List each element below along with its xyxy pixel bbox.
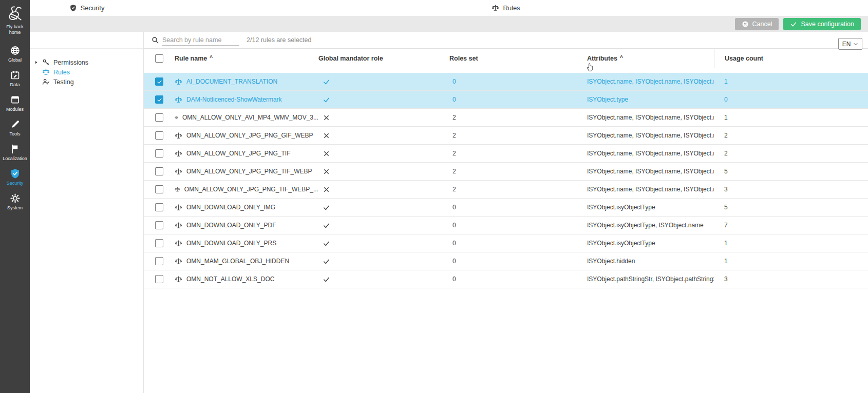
table-row[interactable]: DAM-Notlicenced-ShowWatermark 0 ISYObjec… (144, 91, 868, 109)
roles-set-cell: 2 (449, 132, 587, 139)
usage-count-value: 3 (724, 186, 728, 193)
sidebar-item-label: Data (1, 82, 29, 88)
scale-icon (175, 276, 182, 283)
check-icon (157, 97, 162, 103)
rule-name-link[interactable]: OMN_DOWNLOAD_ONLY_PDF (186, 222, 276, 229)
scale-icon (175, 186, 180, 193)
table-row[interactable]: OMN_ALLOW_ONLY_JPG_PNG_TIF_WEBP 2 ISYObj… (144, 163, 868, 181)
sidebar-item-global[interactable]: Global (0, 42, 30, 67)
column-header-rule-name[interactable]: Rule name ^ (175, 55, 318, 62)
row-checkbox[interactable] (155, 131, 163, 140)
rule-name-link[interactable]: OMN_ALLOW_ONLY_AVI_MP4_WMV_MOV_3... (182, 114, 318, 121)
column-header-roles-set[interactable]: Roles set (449, 55, 587, 62)
row-checkbox[interactable] (155, 221, 163, 229)
row-checkbox[interactable] (155, 257, 163, 265)
rule-name-link[interactable]: OMN_ALLOW_ONLY_JPG_PNG_TIF_WEBP (186, 168, 312, 175)
caret-right-icon[interactable] (34, 59, 41, 66)
tree-item-permissions[interactable]: Permissions (30, 57, 143, 67)
row-select-cell (144, 221, 175, 229)
table-row[interactable]: OMN_DOWNLOAD_ONLY_PRS 0 ISYObject.isyObj… (144, 234, 868, 252)
row-checkbox[interactable] (155, 275, 163, 283)
usage-count-cell: 1 (714, 258, 868, 265)
row-checkbox[interactable] (155, 185, 163, 193)
save-configuration-button[interactable]: Save configuration (783, 18, 861, 30)
gear-icon (10, 193, 21, 204)
sidebar-item-localization[interactable]: Localization (0, 141, 30, 165)
sidebar-item-home[interactable]: Fly back home (0, 3, 30, 42)
row-checkbox[interactable] (155, 203, 163, 211)
attributes-cell: ISYObject.isyObjectType, ISYObject.name (587, 222, 714, 229)
usage-count-cell: 2 (714, 132, 868, 139)
rules-table-body: AI_DOCUMENT_TRANSLATION 0 ISYObject.name… (144, 73, 868, 288)
globe-icon (10, 45, 21, 56)
usage-count-cell: 0 (714, 96, 868, 103)
rule-name-link[interactable]: OMN_DOWNLOAD_ONLY_IMG (186, 204, 275, 211)
rule-name-link[interactable]: OMN_NOT_ALLOW_XLS_DOC (186, 276, 274, 283)
rule-name-cell: OMN_ALLOW_ONLY_JPG_PNG_GIF_WEBP (175, 132, 318, 140)
sidebar-item-tools[interactable]: Tools (0, 116, 30, 141)
rule-name-link[interactable]: OMN_ALLOW_ONLY_JPG_PNG_TIF (186, 150, 291, 157)
usage-count-cell: 5 (714, 168, 868, 175)
column-header-label: Usage count (725, 55, 763, 62)
column-header-usage-count[interactable]: Usage count (714, 49, 868, 68)
row-checkbox[interactable] (155, 239, 163, 247)
search-input[interactable] (162, 34, 239, 46)
check-icon (323, 222, 330, 229)
rule-name-link[interactable]: OMN_MAM_GLOBAL_OBJ_HIDDEN (186, 258, 289, 265)
row-checkbox[interactable] (155, 77, 163, 86)
rule-name-link[interactable]: OMN_ALLOW_ONLY_JPG_PNG_GIF_WEBP (186, 132, 313, 139)
row-select-cell (144, 77, 175, 86)
tree-item-testing[interactable]: Testing (30, 77, 143, 87)
scale-icon (175, 222, 182, 229)
table-row[interactable]: OMN_DOWNLOAD_ONLY_IMG 0 ISYObject.isyObj… (144, 199, 868, 217)
tree-list: Permissions Rules Testing (30, 49, 143, 87)
select-all-checkbox[interactable] (155, 54, 163, 63)
table-row[interactable]: OMN_ALLOW_ONLY_JPG_PNG_TIF_WEBP_... 2 IS… (144, 181, 868, 199)
usage-count-cell: 1 (714, 78, 868, 85)
rule-name-cell: OMN_NOT_ALLOW_XLS_DOC (175, 276, 318, 283)
sidebar-item-modules[interactable]: Modules (0, 91, 30, 116)
table-row[interactable]: OMN_DOWNLOAD_ONLY_PDF 0 ISYObject.isyObj… (144, 217, 868, 234)
rule-name-cell: OMN_ALLOW_ONLY_JPG_PNG_TIF_WEBP_... (175, 186, 318, 193)
rule-name-link[interactable]: DAM-Notlicenced-ShowWatermark (186, 96, 282, 103)
row-checkbox[interactable] (155, 113, 163, 122)
table-row[interactable]: OMN_ALLOW_ONLY_JPG_PNG_GIF_WEBP 2 ISYObj… (144, 127, 868, 145)
column-header-label: Roles set (449, 55, 478, 62)
cancel-button[interactable]: Cancel (735, 18, 779, 30)
scale-icon (175, 204, 182, 211)
table-row[interactable]: OMN_ALLOW_ONLY_AVI_MP4_WMV_MOV_3... 2 IS… (144, 109, 868, 127)
pencil-icon (10, 119, 21, 130)
roles-set-cell: 0 (449, 276, 587, 283)
attributes-cell: ISYObject.name, ISYObject.name, ISYObjec… (587, 150, 714, 157)
rule-name-link[interactable]: AI_DOCUMENT_TRANSLATION (186, 78, 277, 85)
rule-name-link[interactable]: OMN_ALLOW_ONLY_JPG_PNG_TIF_WEBP_... (184, 186, 318, 193)
rule-name-cell: OMN_DOWNLOAD_ONLY_IMG (175, 204, 318, 211)
sidebar-item-security[interactable]: Security (0, 165, 30, 190)
calendar-icon (10, 70, 21, 81)
rule-name-cell: OMN_ALLOW_ONLY_JPG_PNG_TIF (175, 150, 318, 158)
usage-count-value: 1 (724, 258, 728, 265)
sidebar-item-system[interactable]: System (0, 190, 30, 214)
language-dropdown[interactable]: EN (838, 38, 862, 50)
x-icon (323, 132, 330, 140)
column-header-attributes[interactable]: Attributes ^ (587, 55, 714, 62)
row-checkbox[interactable] (155, 149, 163, 158)
table-row[interactable]: AI_DOCUMENT_TRANSLATION 0 ISYObject.name… (144, 73, 868, 91)
check-icon (323, 96, 330, 104)
table-row[interactable]: OMN_NOT_ALLOW_XLS_DOC 0 ISYObject.pathSt… (144, 270, 868, 288)
row-select-cell (144, 167, 175, 175)
cancel-label: Cancel (752, 21, 772, 28)
rule-name-link[interactable]: OMN_DOWNLOAD_ONLY_PRS (186, 240, 276, 247)
row-checkbox[interactable] (155, 95, 163, 104)
tree-caret-spacer (34, 69, 41, 75)
row-select-cell (144, 257, 175, 265)
tree-item-rules[interactable]: Rules (30, 67, 143, 77)
rule-name-cell: AI_DOCUMENT_TRANSLATION (175, 78, 318, 86)
table-row[interactable]: OMN_ALLOW_ONLY_JPG_PNG_TIF 2 ISYObject.n… (144, 145, 868, 163)
row-checkbox[interactable] (155, 167, 163, 175)
sidebar-item-data[interactable]: Data (0, 67, 30, 91)
usage-count-value: 2 (724, 150, 728, 157)
table-row[interactable]: OMN_MAM_GLOBAL_OBJ_HIDDEN 0 ISYObject.hi… (144, 252, 868, 270)
roles-set-cell: 2 (449, 186, 587, 193)
column-header-global-mandator-role[interactable]: Global mandator role (318, 55, 449, 62)
